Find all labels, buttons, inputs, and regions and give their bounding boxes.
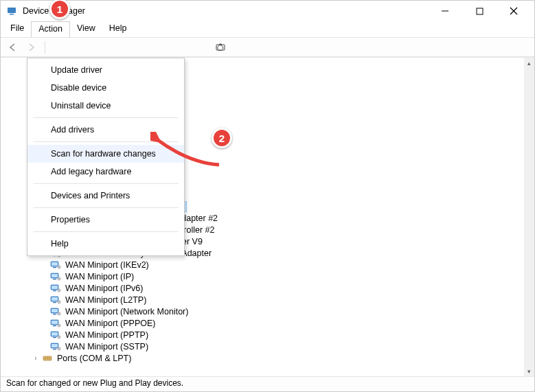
network-adapter-icon (50, 260, 61, 270)
menu-item-scan-for-hardware-changes[interactable]: Scan for hardware changes (27, 145, 184, 163)
menu-action[interactable]: Action (31, 21, 70, 37)
menu-item-uninstall-device[interactable]: Uninstall device (27, 97, 184, 115)
menubar: FileActionViewHelp (1, 21, 534, 38)
action-menu-dropdown: Update driverDisable deviceUninstall dev… (27, 58, 185, 256)
svg-rect-80 (52, 332, 58, 336)
tree-label: WAN Miniport (PPPOE) (64, 319, 157, 328)
svg-rect-63 (53, 302, 56, 303)
svg-rect-45 (53, 267, 56, 268)
toolbar (1, 38, 534, 57)
svg-rect-0 (8, 8, 16, 13)
network-adapter-icon (50, 271, 61, 282)
chevron-right-icon[interactable]: › (31, 354, 41, 362)
svg-rect-51 (53, 279, 56, 279)
device-item[interactable]: WAN Miniport (PPPOE) (1, 317, 534, 329)
network-adapter-icon (50, 318, 61, 329)
menu-view[interactable]: View (70, 21, 102, 37)
tree-label: WAN Miniport (IKEv2) (64, 260, 150, 270)
titlebar: Device Manager (1, 1, 534, 21)
menu-separator (33, 207, 179, 208)
svg-rect-1 (10, 14, 14, 15)
network-adapter-icon (50, 306, 61, 317)
svg-point-94 (49, 358, 50, 359)
svg-rect-3 (477, 8, 483, 14)
menu-item-devices-and-printers[interactable]: Devices and Printers (27, 187, 184, 205)
menu-item-properties[interactable]: Properties (27, 211, 184, 229)
scroll-up-icon[interactable]: ▴ (524, 58, 534, 68)
menu-separator (33, 141, 179, 142)
svg-point-93 (47, 358, 48, 359)
svg-rect-86 (52, 344, 58, 347)
tree-label: WAN Miniport (IPv6) (64, 284, 144, 293)
menu-separator (33, 231, 179, 232)
category-item[interactable]: ›Ports (COM & LPT) (1, 352, 534, 364)
svg-rect-62 (52, 297, 58, 301)
tree-label: WAN Miniport (L2TP) (64, 295, 148, 305)
network-adapter-icon (50, 283, 61, 294)
device-item[interactable]: WAN Miniport (SSTP) (1, 341, 534, 352)
menu-help[interactable]: Help (102, 21, 134, 37)
svg-rect-75 (53, 325, 56, 326)
scan-hardware-icon[interactable] (213, 40, 228, 55)
menu-item-update-driver[interactable]: Update driver (27, 61, 184, 79)
menu-item-add-legacy-hardware[interactable]: Add legacy hardware (27, 163, 184, 181)
menu-item-help[interactable]: Help (27, 235, 184, 253)
scroll-down-icon[interactable]: ▾ (524, 366, 534, 376)
menu-separator (33, 117, 179, 118)
menu-file[interactable]: File (3, 21, 31, 37)
svg-point-92 (45, 358, 46, 359)
forward-button[interactable] (24, 40, 39, 55)
toolbar-separator (45, 41, 45, 54)
svg-rect-57 (53, 290, 56, 291)
svg-rect-69 (53, 314, 56, 314)
svg-rect-56 (52, 286, 58, 289)
app-icon (6, 5, 17, 16)
svg-rect-44 (52, 262, 58, 266)
svg-rect-50 (52, 274, 58, 277)
minimize-button[interactable] (435, 1, 455, 21)
tree-label: WAN Miniport (Network Monitor) (64, 307, 190, 316)
menu-item-disable-device[interactable]: Disable device (27, 79, 184, 97)
svg-rect-87 (53, 349, 56, 349)
network-adapter-icon (50, 341, 61, 352)
svg-rect-81 (53, 337, 56, 338)
tree-label: WAN Miniport (PPTP) (64, 330, 150, 340)
tree-label: Ports (COM & LPT) (56, 354, 133, 363)
device-item[interactable]: WAN Miniport (PPTP) (1, 329, 534, 341)
statusbar-text: Scan for changed or new Plug and Play de… (6, 378, 183, 388)
menu-separator (33, 183, 179, 184)
scrollbar[interactable]: ▴ ▾ (524, 58, 534, 376)
content-area: › › › › › › › › › › › ⌄twork)Intel(R) Wi… (1, 57, 534, 376)
maximize-button[interactable] (470, 1, 489, 21)
svg-rect-68 (52, 309, 58, 312)
device-item[interactable]: WAN Miniport (IKEv2) (1, 259, 534, 270)
annotation-callout-2: 2 (212, 128, 232, 148)
device-item[interactable]: WAN Miniport (IP) (1, 270, 534, 282)
device-item[interactable]: WAN Miniport (Network Monitor) (1, 305, 534, 317)
tree-label: WAN Miniport (IP) (64, 272, 135, 281)
statusbar: Scan for changed or new Plug and Play de… (1, 376, 534, 391)
device-item[interactable]: WAN Miniport (L2TP) (1, 294, 534, 305)
category-icon (42, 353, 53, 364)
back-button[interactable] (5, 40, 20, 55)
tree-label: WAN Miniport (SSTP) (64, 342, 150, 351)
close-button[interactable] (504, 1, 523, 21)
device-item[interactable]: WAN Miniport (IPv6) (1, 282, 534, 294)
network-adapter-icon (50, 295, 61, 305)
network-adapter-icon (50, 330, 61, 341)
svg-rect-74 (52, 321, 58, 324)
menu-item-add-drivers[interactable]: Add drivers (27, 121, 184, 139)
